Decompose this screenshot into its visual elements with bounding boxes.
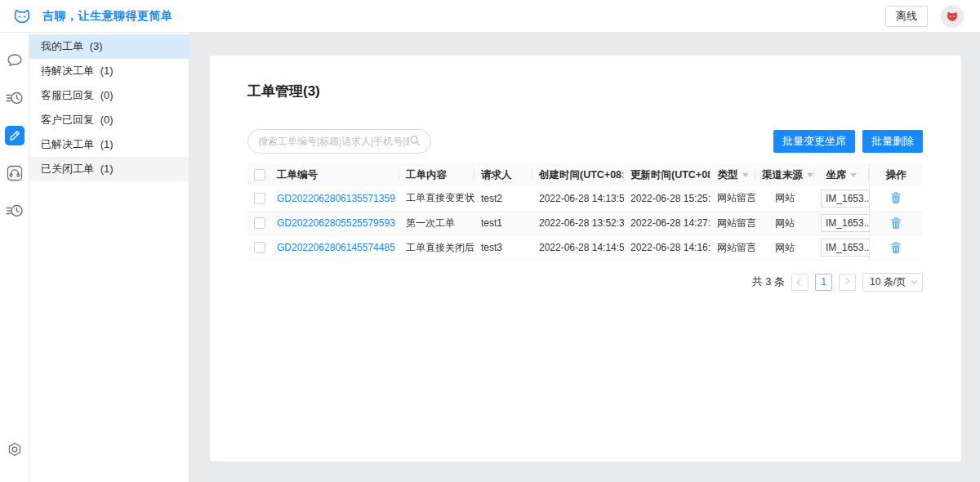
- ticket-content: 第一次工单: [399, 211, 474, 235]
- header-channel-label: 渠道来源: [762, 169, 803, 181]
- icon-sidebar: [0, 33, 29, 482]
- chevron-right-icon: [844, 278, 850, 284]
- menu-item-label: 待解决工单: [41, 65, 94, 77]
- header-channel: 渠道来源: [755, 163, 814, 186]
- created-time: 2022-06-28 13:52:37: [532, 211, 624, 235]
- page-size-select[interactable]: 10 条/页: [862, 273, 923, 292]
- menu-item-agent-replied[interactable]: 客服已回复 (0): [29, 83, 189, 108]
- header-ticket-content: 工单内容: [399, 163, 474, 186]
- edit-icon[interactable]: [5, 126, 24, 145]
- table-header-row: 工单编号 工单内容 请求人 创建时间(UTC+08:00) 更新时间(UTC+0…: [247, 163, 923, 186]
- menu-item-customer-replied[interactable]: 客户已回复 (0): [29, 108, 189, 132]
- main-area: 工单管理(3) 批量变更坐席 批量删除: [189, 33, 980, 482]
- row-checkbox[interactable]: [254, 193, 265, 204]
- next-page-button[interactable]: [839, 274, 856, 291]
- menu-item-count: (1): [100, 163, 114, 175]
- menu-item-label: 客户已回复: [41, 114, 94, 126]
- menu-item-label: 客服已回复: [41, 89, 94, 101]
- ticket-history-icon[interactable]: [5, 201, 24, 221]
- header-updated-time: 更新时间(UTC+08:00): [624, 163, 710, 186]
- delete-ticket-button[interactable]: [890, 217, 902, 230]
- menu-item-pending-tickets[interactable]: 待解决工单 (1): [29, 59, 189, 83]
- created-time: 2022-06-28 14:13:57: [532, 186, 624, 211]
- menu-item-count: (3): [90, 40, 103, 52]
- settings-icon[interactable]: [5, 440, 24, 459]
- ticket-table: 工单编号 工单内容 请求人 创建时间(UTC+08:00) 更新时间(UTC+0…: [247, 163, 923, 261]
- search-icon[interactable]: [409, 135, 421, 149]
- updated-time: 2022-06-28 14:27:52: [624, 211, 710, 235]
- header-agent: 坐席: [814, 163, 869, 186]
- batch-delete-button[interactable]: 批量删除: [862, 130, 923, 153]
- header-requester: 请求人: [474, 163, 532, 186]
- page-size-value: 10 条/页: [870, 275, 906, 289]
- brand: 吉聊，让生意聊得更简单: [11, 7, 173, 25]
- ticket-channel: 网站: [755, 235, 814, 260]
- menu-item-count: (0): [100, 89, 114, 101]
- agent-select-value: IM_1653...: [826, 242, 869, 253]
- agent-filter-icon[interactable]: [850, 173, 857, 177]
- ticket-channel: 网站: [755, 211, 814, 235]
- ticket-type: 网站留言: [710, 186, 755, 211]
- pagination: 共 3 条 1 10 条/页: [247, 273, 923, 292]
- total-count: 共 3 条: [752, 274, 785, 289]
- menu-item-closed-tickets[interactable]: 已关闭工单 (1): [29, 157, 189, 181]
- menu-item-resolved-tickets[interactable]: 已解决工单 (1): [29, 132, 189, 157]
- toolbar: 批量变更坐席 批量删除: [247, 129, 923, 154]
- page-number-button[interactable]: 1: [815, 274, 832, 291]
- row-checkbox[interactable]: [254, 217, 265, 229]
- agent-select[interactable]: IM_1653...: [821, 214, 869, 232]
- agent-select-value: IM_1653...: [826, 193, 869, 204]
- brand-cat-logo-icon: [11, 7, 33, 25]
- topbar: 吉聊，让生意聊得更简单 离线: [0, 0, 980, 33]
- ticket-id-link[interactable]: GD2022062805525579593: [277, 217, 395, 229]
- ticket-content: 工单直接变更状态: [399, 186, 474, 211]
- history-icon[interactable]: [5, 88, 24, 108]
- header-actions: 操作: [869, 163, 923, 186]
- delete-ticket-button[interactable]: [890, 192, 902, 204]
- ticket-menu-sidebar: 我的工单 (3) 待解决工单 (1) 客服已回复 (0) 客户已回复 (0) 已…: [29, 33, 189, 482]
- online-status-button[interactable]: 离线: [885, 6, 928, 27]
- table-row: GD2022062805525579593 第一次工单 test1 2022-0…: [247, 211, 923, 235]
- prev-page-button[interactable]: [791, 274, 808, 291]
- created-time: 2022-06-28 14:14:54: [532, 235, 624, 260]
- agent-select[interactable]: IM_1653...: [821, 239, 869, 257]
- ticket-id-link[interactable]: GD2022062806135571359: [277, 193, 395, 204]
- header-type: 类型: [710, 163, 755, 186]
- menu-item-count: (1): [100, 65, 114, 77]
- chat-icon[interactable]: [5, 51, 24, 70]
- search-box[interactable]: [247, 129, 431, 154]
- agent-select-value: IM_1653...: [826, 217, 869, 229]
- ticket-id-link[interactable]: GD2022062806145574485: [277, 242, 395, 253]
- updated-time: 2022-06-28 15:25:49: [624, 186, 710, 211]
- menu-item-label: 我的工单: [41, 40, 83, 52]
- brand-slogan: 吉聊，让生意聊得更简单: [42, 9, 173, 24]
- table-row: GD2022062806145574485 工单直接关闭后... test3 2…: [247, 235, 923, 260]
- header-type-label: 类型: [718, 169, 738, 181]
- ticket-management-card: 工单管理(3) 批量变更坐席 批量删除: [210, 56, 961, 462]
- ticket-content: 工单直接关闭后...: [399, 235, 474, 260]
- delete-ticket-button[interactable]: [890, 242, 902, 254]
- batch-change-agent-button[interactable]: 批量变更坐席: [773, 130, 855, 153]
- row-checkbox[interactable]: [254, 242, 265, 253]
- page-title: 工单管理(3): [247, 82, 923, 100]
- user-avatar[interactable]: [941, 5, 964, 28]
- select-all-cell: [247, 163, 270, 186]
- ticket-type: 网站留言: [710, 235, 755, 260]
- channel-filter-icon[interactable]: [807, 173, 813, 177]
- updated-time: 2022-06-28 14:16:56: [624, 235, 710, 260]
- header-agent-label: 坐席: [826, 169, 846, 181]
- headset-icon[interactable]: [5, 163, 24, 183]
- menu-item-label: 已关闭工单: [41, 163, 94, 175]
- menu-item-label: 已解决工单: [41, 138, 94, 150]
- search-input[interactable]: [258, 136, 409, 147]
- header-ticket-id: 工单编号: [270, 163, 399, 186]
- chevron-left-icon: [797, 279, 804, 285]
- requester: test1: [474, 211, 532, 235]
- select-all-checkbox[interactable]: [254, 169, 265, 181]
- type-filter-icon[interactable]: [742, 173, 749, 177]
- agent-select[interactable]: IM_1653...: [821, 190, 869, 208]
- requester: test2: [474, 186, 532, 211]
- menu-item-my-tickets[interactable]: 我的工单 (3): [29, 34, 189, 59]
- header-created-time: 创建时间(UTC+08:00): [532, 163, 624, 186]
- chevron-down-icon: [911, 277, 917, 283]
